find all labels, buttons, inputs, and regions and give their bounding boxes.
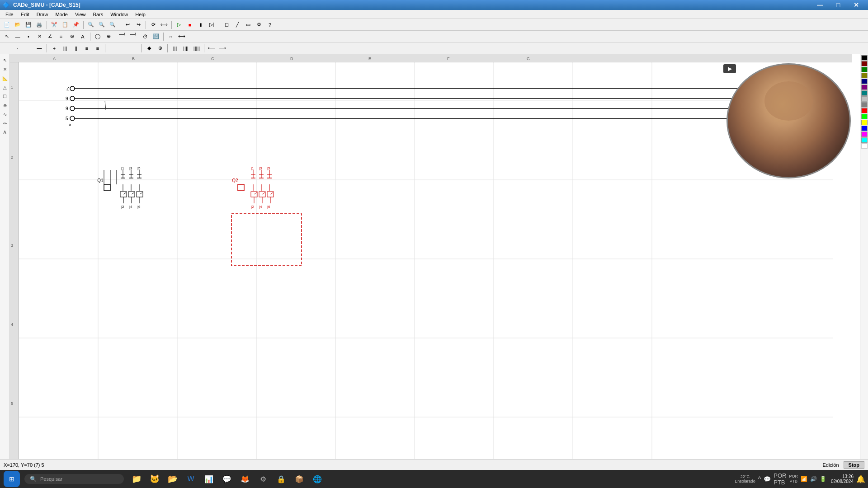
no-connect[interactable]: ⊗ [67,32,77,41]
help-button[interactable]: ? [265,20,275,29]
line-solid-thick[interactable]: — [34,44,44,53]
wifi-icon[interactable]: 📶 [801,476,807,482]
line-solid-thin[interactable]: — [2,44,12,53]
taskbar-explorer[interactable]: 📁 [128,471,145,487]
mirror-button[interactable]: ⟺ [159,20,169,29]
play-button[interactable]: ▷ [174,20,184,29]
notification-button[interactable]: 🔔 [856,475,865,483]
timer-tool[interactable]: ⏱ [140,32,150,41]
search-bar[interactable]: 🔍 Pesquisar [24,474,124,484]
minimize-button[interactable]: — [811,0,829,10]
more-tool2[interactable]: ⟷ [177,32,187,41]
left-tool8[interactable]: A [1,128,9,136]
taskbar-discord[interactable]: 💬 [219,471,235,487]
line-button[interactable]: ╱ [232,20,242,29]
cut-button[interactable]: ✂️ [49,20,59,29]
step-button[interactable]: ▷| [207,20,217,29]
multi4-tool[interactable]: |||| [181,44,191,53]
triple-bar[interactable]: ||| [60,44,70,53]
left-tool4[interactable]: ☐ [1,92,9,100]
taskbar-files[interactable]: 📂 [165,471,181,487]
undo-button[interactable]: ↩ [123,20,132,29]
start-button[interactable]: ⊞ [4,471,20,487]
color-black[interactable] [861,55,868,61]
stop-simulation-button[interactable]: Stop [844,461,864,469]
taskbar-word[interactable]: W [183,471,199,487]
angle-tool[interactable]: ∠ [45,32,55,41]
more-tool1[interactable]: ↔ [166,32,176,41]
color-magenta[interactable] [861,131,868,137]
taskbar-app2[interactable]: 📊 [201,471,217,487]
video-play-button[interactable]: ▶ [723,64,736,73]
coil-tool[interactable]: ⊕ [104,32,113,41]
taskbar-app6[interactable]: 📦 [291,471,307,487]
color-yellow[interactable] [861,120,868,125]
color-silver[interactable] [861,96,868,102]
new-button[interactable]: 📄 [2,20,12,29]
color-blue[interactable] [861,126,868,131]
dash3-tool[interactable]: — [129,44,139,53]
rotate-button[interactable]: ⟳ [148,20,158,29]
menu-edit[interactable]: Edit [17,11,33,18]
zoom-fit-button[interactable]: 🔍 [108,20,118,29]
language-label[interactable]: PORPTB [789,474,798,484]
select-arrow[interactable]: ↖ [1,56,9,64]
redo-button[interactable]: ↪ [133,20,143,29]
zoom-out-button[interactable]: 🔍 [97,20,107,29]
eq2-tool[interactable]: ≡ [93,44,103,53]
save-button[interactable]: 💾 [24,20,33,29]
line-solid-medium[interactable]: — [24,44,33,53]
bus-tool[interactable]: ≡ [56,32,66,41]
wire-tool[interactable]: — [13,32,23,41]
battery-icon[interactable]: 🔋 [820,476,826,482]
menu-file[interactable]: File [2,11,17,18]
menu-view[interactable]: View [71,11,90,18]
arrow-right-tool[interactable]: ⟶ [217,44,227,53]
color-teal[interactable] [861,90,868,96]
color-olive[interactable] [861,73,868,78]
select-button[interactable]: ◻ [222,20,231,29]
canvas-area[interactable]: A B C D E F G 1 2 3 4 5 [10,54,860,459]
multi3-tool[interactable]: ||| [170,44,180,53]
multi5-tool[interactable]: ||||| [192,44,202,53]
color-purple[interactable] [861,84,868,90]
diamond-tool[interactable]: ◆ [144,44,154,53]
dash-tool[interactable]: — [108,44,118,53]
left-tool2[interactable]: 📐 [1,74,9,82]
taskbar-app7[interactable]: 🌐 [309,471,326,487]
taskbar-icon-chat[interactable]: 💬 [764,476,771,483]
taskbar-app3[interactable]: 🦊 [237,471,253,487]
copy-button[interactable]: 📋 [60,20,70,29]
language-indicator[interactable]: PORPTB [774,472,786,486]
menu-draw[interactable]: Draw [33,11,52,18]
left-tool6[interactable]: ∿ [1,110,9,118]
line-dot[interactable]: · [13,44,23,53]
color-red[interactable] [861,108,868,113]
left-tool5[interactable]: ⊕ [1,101,9,109]
close-button[interactable]: ✕ [847,0,865,10]
color-gray[interactable] [861,102,868,108]
open-button[interactable]: 📂 [13,20,23,29]
menu-mode[interactable]: Mode [52,11,71,18]
volume-icon[interactable]: 🔊 [810,476,817,482]
color-darkgreen[interactable] [861,67,868,72]
contact-nc-tool[interactable]: —\— [129,32,139,41]
stop-button[interactable]: ■ [185,20,195,29]
rect-button[interactable]: ▭ [243,20,253,29]
dash2-tool[interactable]: — [118,44,128,53]
counter-tool[interactable]: 🔢 [151,32,161,41]
menu-help[interactable]: Help [132,11,149,18]
label-tool[interactable]: A [78,32,88,41]
node-tool[interactable]: • [24,32,33,41]
menu-bars[interactable]: Bars [90,11,107,18]
menu-window[interactable]: Window [107,11,132,18]
color-cyan[interactable] [861,137,868,143]
system-clock[interactable]: 13:26 02/08/2024 [831,474,854,484]
left-tool7[interactable]: ✏ [1,119,9,127]
color-darkblue[interactable] [861,79,868,84]
taskbar-app5[interactable]: 🔒 [273,471,289,487]
left-tool1[interactable]: ✕ [1,65,9,73]
eq-tool[interactable]: ≡ [82,44,92,53]
taskbar-app1[interactable]: 🐱 [146,471,163,487]
maximize-button[interactable]: □ [829,0,847,10]
